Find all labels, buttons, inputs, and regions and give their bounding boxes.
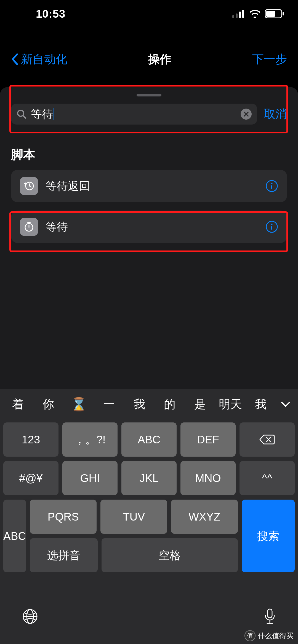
nav-bar: 新自动化 操作 下一步 bbox=[0, 45, 298, 73]
status-indicators bbox=[232, 9, 284, 18]
candidate[interactable]: 是 bbox=[185, 397, 215, 412]
candidate[interactable]: 我 bbox=[124, 397, 155, 412]
key-mno[interactable]: MNO bbox=[180, 461, 236, 495]
candidate[interactable]: 明天 bbox=[215, 397, 246, 412]
svg-rect-1 bbox=[236, 14, 238, 18]
watermark-text: 什么值得买 bbox=[258, 631, 294, 641]
page-title: 操作 bbox=[148, 52, 171, 67]
candidate-bar: 着 你 ⌛ 一 我 的 是 明天 我 bbox=[0, 389, 298, 420]
svg-rect-2 bbox=[239, 12, 241, 18]
result-wait-return[interactable]: 等待返回 bbox=[11, 170, 287, 202]
search-field[interactable]: 等待 bbox=[11, 104, 257, 125]
candidate[interactable]: ⌛ bbox=[63, 397, 94, 412]
key-tuv[interactable]: TUV bbox=[100, 500, 167, 534]
svg-rect-5 bbox=[266, 11, 275, 17]
key-jkl[interactable]: JKL bbox=[121, 461, 177, 495]
close-icon bbox=[243, 111, 249, 117]
svg-point-17 bbox=[271, 224, 273, 225]
svg-rect-3 bbox=[242, 10, 244, 18]
globe-icon[interactable] bbox=[22, 608, 38, 624]
search-row: 等待 取消 bbox=[11, 103, 287, 125]
svg-rect-18 bbox=[271, 226, 272, 230]
candidate[interactable]: 我 bbox=[246, 397, 276, 412]
clear-search-button[interactable] bbox=[241, 109, 252, 120]
key-punct[interactable]: ，。?! bbox=[62, 422, 118, 457]
status-bar: 10:53 bbox=[0, 0, 298, 28]
candidate[interactable]: 的 bbox=[155, 397, 185, 412]
key-123[interactable]: 123 bbox=[3, 422, 58, 457]
status-time: 10:53 bbox=[36, 8, 65, 20]
result-label: 等待 bbox=[46, 219, 258, 235]
key-face[interactable]: ^^ bbox=[240, 461, 295, 495]
svg-rect-0 bbox=[232, 15, 234, 18]
cellular-icon bbox=[232, 10, 245, 18]
info-button[interactable] bbox=[265, 220, 278, 233]
candidate[interactable]: 一 bbox=[94, 397, 124, 412]
chevron-left-icon bbox=[11, 53, 19, 65]
sheet-grabber[interactable] bbox=[137, 94, 161, 96]
key-ghi[interactable]: GHI bbox=[62, 461, 118, 495]
mic-icon[interactable] bbox=[264, 608, 276, 625]
next-button[interactable]: 下一步 bbox=[252, 52, 287, 67]
backspace-icon bbox=[259, 434, 275, 445]
key-backspace[interactable] bbox=[240, 422, 295, 457]
candidate[interactable]: 你 bbox=[33, 397, 63, 412]
results-list: 等待返回 等待 bbox=[11, 170, 287, 251]
watermark-badge: 值 bbox=[244, 630, 256, 641]
section-title-scripts: 脚本 bbox=[11, 147, 35, 163]
timer-icon bbox=[20, 218, 38, 236]
result-label: 等待返回 bbox=[46, 179, 258, 194]
wifi-icon bbox=[249, 9, 261, 18]
key-symbols[interactable]: #@¥ bbox=[3, 461, 58, 495]
battery-icon bbox=[265, 9, 284, 18]
candidate[interactable]: 着 bbox=[3, 397, 33, 412]
key-wxyz[interactable]: WXYZ bbox=[171, 500, 238, 534]
expand-candidates-button[interactable] bbox=[276, 401, 295, 407]
cancel-button[interactable]: 取消 bbox=[264, 106, 287, 122]
key-def[interactable]: DEF bbox=[180, 422, 236, 457]
search-icon bbox=[17, 109, 26, 119]
key-abc[interactable]: ABC bbox=[121, 422, 177, 457]
key-pqrs[interactable]: PQRS bbox=[30, 500, 97, 534]
search-input[interactable]: 等待 bbox=[31, 107, 54, 122]
svg-line-8 bbox=[23, 116, 26, 118]
key-space[interactable]: 空格 bbox=[102, 538, 238, 572]
svg-rect-12 bbox=[271, 185, 272, 189]
svg-rect-14 bbox=[27, 222, 31, 223]
text-caret bbox=[54, 108, 54, 120]
back-label: 新自动化 bbox=[21, 52, 67, 67]
key-select-pinyin[interactable]: 选拼音 bbox=[30, 538, 98, 572]
info-button[interactable] bbox=[265, 180, 278, 192]
svg-rect-6 bbox=[283, 12, 284, 15]
history-icon bbox=[20, 177, 38, 195]
back-button[interactable]: 新自动化 bbox=[11, 52, 67, 67]
result-wait[interactable]: 等待 bbox=[11, 211, 287, 243]
watermark: 值 什么值得买 bbox=[244, 630, 294, 641]
keyboard: 着 你 ⌛ 一 我 的 是 明天 我 123 ，。?! ABC DEF bbox=[0, 389, 298, 644]
chevron-down-icon bbox=[281, 401, 291, 407]
svg-point-11 bbox=[271, 183, 273, 184]
key-search[interactable]: 搜索 bbox=[242, 500, 295, 572]
svg-rect-22 bbox=[268, 609, 272, 618]
key-switch-abc[interactable]: ABC bbox=[3, 500, 26, 572]
